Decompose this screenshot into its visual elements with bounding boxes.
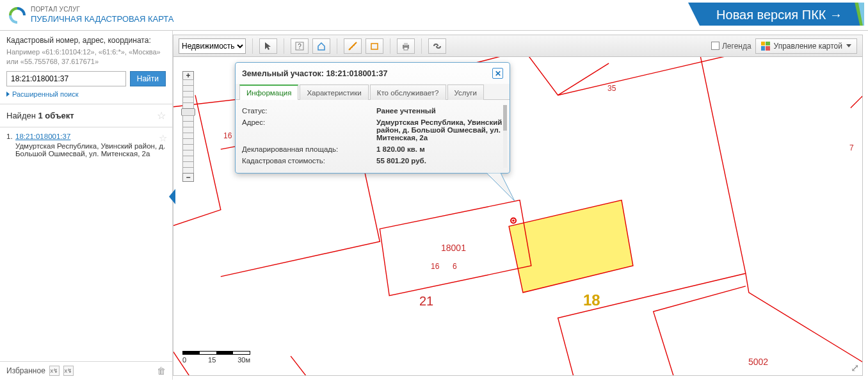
find-button[interactable]: Найти [130, 71, 166, 86]
layer-manage-button[interactable]: Управление картой [755, 38, 857, 54]
popup-scrollbar[interactable] [503, 105, 507, 168]
tab-service[interactable]: Кто обслуживает? [370, 85, 446, 100]
advanced-search-link[interactable]: Расширенный поиск [6, 90, 79, 98]
search-hint: Например «61:6:10104:12», «61:6:*», «Мос… [6, 47, 166, 67]
tab-characteristics[interactable]: Характеристики [300, 85, 368, 100]
house-tool-icon[interactable] [312, 38, 330, 54]
measure-area-icon[interactable] [366, 38, 383, 54]
svg-text:?: ? [298, 43, 301, 50]
favorite-all-icon[interactable]: ☆ [157, 109, 166, 122]
cursor-tool-icon[interactable] [259, 38, 277, 54]
export-xls-icon[interactable]: x↯ [63, 366, 74, 376]
app-header: ПОРТАЛ УСЛУГ ПУБЛИЧНАЯ КАДАСТРОВАЯ КАРТА… [0, 0, 868, 31]
search-input[interactable] [6, 71, 126, 86]
scale-bar: 01530м [182, 351, 250, 364]
favorite-item-icon[interactable]: ☆ [159, 133, 167, 144]
svg-rect-5 [371, 44, 378, 49]
map-canvas[interactable]: 35 16 7 18001 16 6 21 18 5002 + − 01530м [173, 57, 862, 375]
svg-rect-8 [404, 47, 408, 50]
help-tool-icon[interactable]: ? [291, 38, 309, 54]
close-icon[interactable]: ✕ [492, 68, 503, 79]
tab-services[interactable]: Услуги [447, 85, 484, 100]
sidebar: Кадастровый номер, адрес, координата: На… [0, 31, 173, 380]
search-panel: Кадастровый номер, адрес, координата: На… [0, 31, 172, 104]
header-title: ПУБЛИЧНАЯ КАДАСТРОВАЯ КАРТА [31, 14, 173, 24]
trash-icon[interactable]: 🗑 [157, 366, 166, 376]
favorites-bar: Избранное x↯ x↯ 🗑 [0, 361, 172, 380]
favorites-label: Избранное [6, 366, 45, 375]
link-icon[interactable] [428, 38, 446, 54]
result-link[interactable]: 18:21:018001:37 [15, 133, 70, 140]
parcel-popup: Земельный участок: 18:21:018001:37 ✕ Инф… [235, 62, 510, 174]
measure-line-icon[interactable] [344, 38, 362, 54]
map-panel: Недвижимость ? Легенда Управление картой [173, 35, 863, 376]
header-subtitle: ПОРТАЛ УСЛУГ [31, 6, 173, 14]
new-version-banner[interactable]: Новая версия ПКК → [688, 3, 864, 28]
print-icon[interactable] [397, 38, 415, 54]
svg-rect-7 [404, 43, 408, 45]
app-logo [9, 7, 26, 24]
svg-point-11 [512, 220, 515, 222]
zoom-out-icon[interactable]: − [182, 173, 194, 182]
zoom-in-icon[interactable]: + [182, 71, 194, 80]
popup-title: Земельный участок: 18:21:018001:37 [242, 69, 387, 78]
result-address: Удмуртская Республика, Увинский район, д… [15, 142, 166, 158]
results-heading: Найден 1 объект ☆ [0, 104, 172, 127]
export-xml-icon[interactable]: x↯ [49, 366, 60, 376]
layer-select[interactable]: Недвижимость [179, 38, 246, 54]
search-label: Кадастровый номер, адрес, координата: [6, 36, 166, 45]
tab-info[interactable]: Информация [239, 85, 298, 100]
map-toolbar: Недвижимость ? Легенда Управление картой [173, 35, 862, 57]
fullscreen-icon[interactable]: ⤢ [849, 362, 860, 373]
legend-checkbox[interactable]: Легенда [711, 42, 751, 51]
zoom-slider[interactable]: + − [182, 71, 194, 181]
result-item[interactable]: 1. 18:21:018001:37 Удмуртская Республика… [0, 127, 172, 163]
